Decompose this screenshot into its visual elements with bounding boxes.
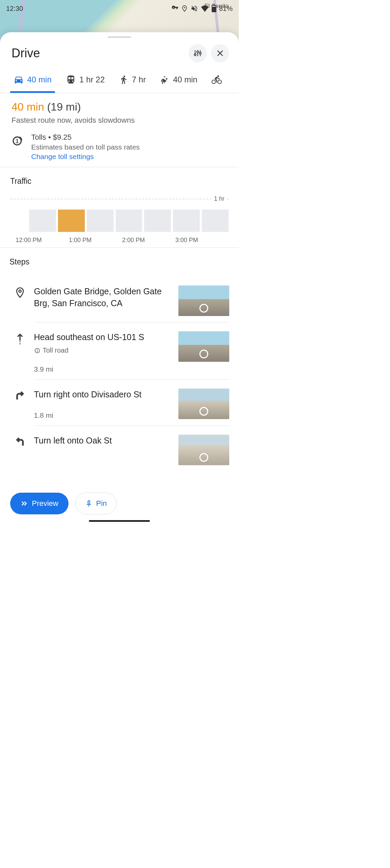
tab-transit[interactable]: 1 hr 22 xyxy=(64,69,106,93)
traffic-section: Traffic 1 hr 12:00 PM1:00 PM2:00 PM3:00 … xyxy=(0,167,239,248)
preview-button[interactable]: Preview xyxy=(10,493,69,514)
toll-text: Tolls • $9.25 xyxy=(31,133,140,142)
transit-icon xyxy=(66,75,76,85)
traffic-time-label: 1:00 PM xyxy=(69,237,122,244)
sheet-title: Drive xyxy=(12,46,184,60)
step-streetview-thumb[interactable] xyxy=(178,331,229,362)
route-info: 40 min (19 mi) Fastest route now, avoids… xyxy=(0,93,239,167)
rideshare-icon xyxy=(160,75,170,84)
options-button[interactable] xyxy=(189,44,207,62)
toll-estimate: Estimates based on toll pass rates xyxy=(31,143,140,151)
mode-tabs: 40 min 1 hr 22 7 hr 40 min xyxy=(0,69,239,93)
route-distance: (19 mi) xyxy=(47,101,81,113)
svg-point-9 xyxy=(19,290,21,292)
bike-icon xyxy=(212,75,222,85)
traffic-time-label: 12:00 PM xyxy=(16,237,69,244)
location-pin-icon xyxy=(181,5,188,12)
step-item[interactable]: Turn right onto Divisadero St1.8 mi xyxy=(9,380,229,426)
pushpin-icon xyxy=(85,500,93,507)
traffic-title: Traffic xyxy=(10,177,229,186)
left-icon xyxy=(13,436,27,448)
traffic-time-label: 3:00 PM xyxy=(175,237,229,244)
route-time: 40 min xyxy=(12,101,44,113)
step-streetview-thumb[interactable] xyxy=(178,435,229,465)
pin-button[interactable]: Pin xyxy=(75,493,117,514)
step-item[interactable]: Golden Gate Bridge, Golden Gate Brg, San… xyxy=(9,277,229,322)
close-icon xyxy=(216,49,225,58)
tab-drive[interactable]: 40 min xyxy=(12,69,53,93)
straight-icon xyxy=(13,333,27,346)
step-item[interactable]: Head southeast on US-101 S1 Toll road3.9… xyxy=(9,322,229,379)
svg-point-0 xyxy=(184,7,185,8)
directions-sheet: Drive 40 min 1 hr 22 7 hr 40 min xyxy=(0,32,239,524)
step-text: Head southeast on US-101 S xyxy=(34,331,172,343)
toll-row: 1 Tolls • $9.25 Estimates based on toll … xyxy=(12,133,227,161)
svg-rect-3 xyxy=(213,5,215,6)
step-distance: 1.8 mi xyxy=(34,411,172,419)
tab-bike[interactable] xyxy=(210,69,223,93)
step-text: Turn left onto Oak St xyxy=(34,435,172,447)
car-icon xyxy=(14,75,24,85)
status-bar: 12:30 81% xyxy=(0,0,239,17)
toll-icon: 1 xyxy=(12,134,25,147)
sheet-header: Drive xyxy=(0,41,239,69)
chart-max-label: 1 hr xyxy=(213,195,226,202)
traffic-bar[interactable] xyxy=(202,210,229,232)
pin-icon xyxy=(13,287,27,298)
traffic-bar[interactable] xyxy=(173,210,200,232)
step-streetview-thumb[interactable] xyxy=(178,285,229,316)
status-battery: 81% xyxy=(219,5,233,13)
battery-icon xyxy=(212,5,216,12)
close-button[interactable] xyxy=(211,44,229,62)
vpn-key-icon xyxy=(172,5,178,12)
svg-point-5 xyxy=(197,51,198,53)
traffic-bar[interactable] xyxy=(144,210,171,232)
svg-point-4 xyxy=(194,54,196,56)
mute-icon xyxy=(191,5,198,12)
step-toll-label: 1 Toll road xyxy=(34,347,172,354)
home-indicator[interactable] xyxy=(89,520,150,522)
step-text: Golden Gate Bridge, Golden Gate Brg, San… xyxy=(34,285,172,309)
traffic-chart[interactable]: 1 hr 12:00 PM1:00 PM2:00 PM3:00 PM xyxy=(10,196,229,240)
traffic-time-label: 2:00 PM xyxy=(122,237,175,244)
tab-rideshare[interactable]: 40 min xyxy=(159,69,199,93)
step-distance: 3.9 mi xyxy=(34,365,172,373)
sheet-grabber[interactable] xyxy=(108,36,131,38)
steps-section: Steps Golden Gate Bridge, Golden Gate Br… xyxy=(0,248,239,505)
traffic-bar[interactable] xyxy=(87,210,114,232)
svg-text:1: 1 xyxy=(16,138,19,144)
steps-title: Steps xyxy=(9,257,229,267)
route-subtitle: Fastest route now, avoids slowdowns xyxy=(12,116,227,125)
step-text: Turn right onto Divisadero St xyxy=(34,389,172,400)
tab-walk[interactable]: 7 hr xyxy=(118,69,147,93)
svg-text:1: 1 xyxy=(37,349,38,352)
toll-settings-link[interactable]: Change toll settings xyxy=(31,153,140,161)
chevrons-right-icon xyxy=(20,500,28,507)
bottom-action-bar: Preview Pin xyxy=(0,487,239,524)
status-time: 12:30 xyxy=(6,5,23,13)
walk-icon xyxy=(119,75,129,84)
svg-point-6 xyxy=(199,52,201,54)
traffic-bar[interactable] xyxy=(29,210,56,232)
wifi-icon xyxy=(201,5,209,12)
sliders-icon xyxy=(193,49,202,58)
traffic-bar[interactable] xyxy=(58,210,85,232)
step-item[interactable]: Turn left onto Oak St xyxy=(9,426,229,471)
step-streetview-thumb[interactable] xyxy=(178,389,229,419)
svg-rect-2 xyxy=(212,7,216,12)
traffic-bar[interactable] xyxy=(116,210,142,232)
right-icon xyxy=(13,390,27,401)
